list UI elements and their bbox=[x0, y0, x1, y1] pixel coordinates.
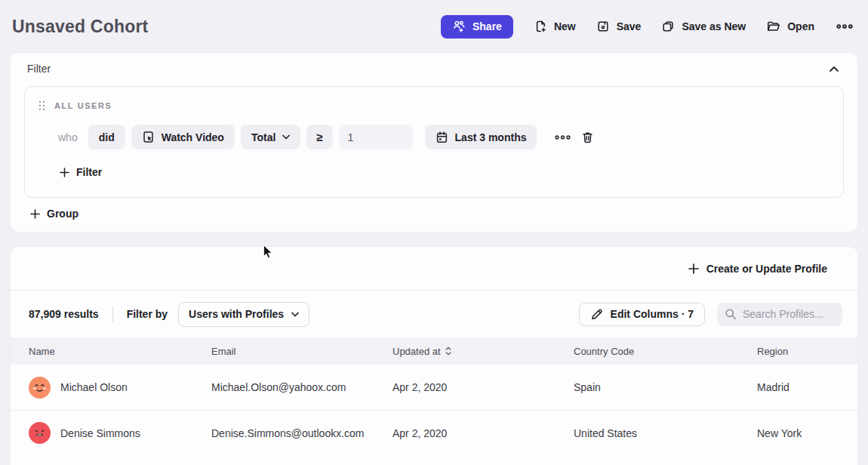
add-filter-button[interactable]: Filter bbox=[60, 166, 102, 178]
page-title: Unsaved Cohort bbox=[12, 17, 148, 37]
table-header: Name Email Updated at Country Code Regio… bbox=[11, 337, 857, 365]
clause-more-options-button[interactable] bbox=[553, 133, 572, 142]
plus-icon bbox=[60, 168, 69, 177]
column-header-email[interactable]: Email bbox=[211, 346, 392, 357]
edit-columns-label: Edit Columns · 7 bbox=[611, 308, 694, 320]
cohort-group-box: ALL USERS who did Watch Video Total bbox=[24, 86, 844, 198]
sort-icon[interactable] bbox=[445, 346, 451, 356]
profile-email: Denise.Simmons@outlookx.com bbox=[211, 427, 392, 439]
edit-columns-button[interactable]: Edit Columns · 7 bbox=[579, 303, 705, 326]
save-as-new-button[interactable]: Save as New bbox=[661, 20, 746, 33]
vertical-divider bbox=[112, 306, 113, 322]
share-label: Share bbox=[472, 20, 502, 32]
results-toolbar: 87,909 results Filter by Users with Prof… bbox=[11, 291, 857, 337]
more-icon bbox=[555, 134, 571, 140]
search-profiles-box bbox=[717, 303, 842, 326]
avatar-face-neutral bbox=[29, 422, 51, 444]
filter-panel-title: Filter bbox=[27, 63, 51, 75]
date-range-label: Last 3 months bbox=[455, 131, 527, 143]
profile-updated-at: Apr 2, 2020 bbox=[392, 381, 574, 393]
filter-clause-row: who did Watch Video Total bbox=[58, 125, 833, 149]
column-header-updated-at[interactable]: Updated at bbox=[392, 346, 574, 357]
chevron-up-icon bbox=[829, 66, 839, 72]
aggregation-label: Total bbox=[251, 131, 275, 143]
pencil-icon bbox=[590, 308, 603, 321]
avatar bbox=[29, 377, 51, 399]
event-name: Watch Video bbox=[162, 131, 224, 143]
more-options-button[interactable] bbox=[835, 23, 854, 29]
profiles-panel: Create or Update Profile 87,909 results … bbox=[11, 247, 857, 465]
date-range-selector[interactable]: Last 3 months bbox=[425, 125, 537, 149]
save-button[interactable]: Save bbox=[596, 20, 642, 33]
chevron-down-icon bbox=[291, 312, 299, 317]
create-or-update-profile-label: Create or Update Profile bbox=[706, 263, 827, 275]
event-selector[interactable]: Watch Video bbox=[131, 125, 235, 149]
trash-icon bbox=[581, 131, 594, 144]
profile-email: Michael.Olson@yahoox.com bbox=[211, 381, 392, 393]
calendar-icon bbox=[436, 131, 448, 144]
top-header: Unsaved Cohort Share bbox=[0, 0, 868, 53]
column-header-name[interactable]: Name bbox=[29, 346, 211, 357]
profile-region: Madrid bbox=[757, 381, 839, 393]
profile-country-code: United States bbox=[574, 427, 757, 439]
add-group-button[interactable]: Group bbox=[30, 208, 78, 221]
did-label: did bbox=[99, 131, 115, 143]
collapse-filter-button[interactable] bbox=[827, 64, 841, 74]
filter-panel: Filter ALL USERS who did bbox=[11, 53, 857, 232]
profiles-filter-dropdown[interactable]: Users with Profiles bbox=[178, 302, 309, 327]
save-label: Save bbox=[617, 20, 642, 32]
folder-open-icon bbox=[766, 20, 780, 33]
did-selector[interactable]: did bbox=[88, 125, 125, 149]
event-icon bbox=[142, 131, 155, 144]
open-button[interactable]: Open bbox=[766, 20, 814, 33]
profile-updated-at: Apr 2, 2020 bbox=[392, 427, 574, 439]
operator-selector[interactable]: ≥ bbox=[306, 125, 332, 149]
aggregation-dropdown[interactable]: Total bbox=[241, 125, 300, 149]
threshold-value-input[interactable] bbox=[339, 125, 413, 149]
operator-label: ≥ bbox=[316, 131, 322, 143]
profile-country-code: Spain bbox=[574, 381, 757, 393]
share-icon bbox=[452, 20, 466, 32]
filter-by-label: Filter by bbox=[127, 308, 168, 320]
header-actions: Share New Save bbox=[441, 15, 854, 38]
plus-icon bbox=[30, 209, 40, 219]
who-label: who bbox=[58, 131, 78, 143]
save-icon bbox=[596, 20, 610, 33]
profiles-filter-value: Users with Profiles bbox=[189, 308, 284, 320]
search-icon bbox=[725, 308, 737, 320]
plus-icon bbox=[688, 263, 699, 274]
profile-name[interactable]: Michael Olson bbox=[60, 381, 128, 393]
table-row[interactable]: Denise Simmons Denise.Simmons@outlookx.c… bbox=[11, 410, 857, 455]
profile-region: New York bbox=[757, 427, 839, 439]
group-label: ALL USERS bbox=[54, 101, 112, 110]
delete-clause-button[interactable] bbox=[580, 129, 596, 146]
copy-icon bbox=[661, 20, 675, 33]
share-button[interactable]: Share bbox=[441, 15, 513, 38]
open-label: Open bbox=[787, 20, 814, 32]
column-header-country-code[interactable]: Country Code bbox=[574, 346, 757, 357]
save-as-new-label: Save as New bbox=[682, 20, 746, 32]
avatar bbox=[29, 422, 51, 444]
new-label: New bbox=[554, 20, 576, 32]
search-profiles-input[interactable] bbox=[743, 308, 832, 320]
avatar-face-smiling bbox=[29, 377, 51, 399]
add-group-label: Group bbox=[47, 208, 78, 220]
create-or-update-profile-button[interactable]: Create or Update Profile bbox=[688, 263, 827, 275]
add-filter-label: Filter bbox=[76, 166, 102, 178]
more-icon bbox=[836, 23, 853, 29]
results-count: 87,909 results bbox=[29, 308, 99, 320]
table-row[interactable]: Michael Olson Michael.Olson@yahoox.com A… bbox=[11, 365, 857, 410]
drag-handle-icon[interactable] bbox=[37, 99, 47, 112]
new-document-icon bbox=[534, 20, 547, 33]
profile-name[interactable]: Denise Simmons bbox=[60, 427, 140, 439]
new-button[interactable]: New bbox=[534, 20, 576, 33]
chevron-down-icon bbox=[282, 134, 290, 140]
column-header-region[interactable]: Region bbox=[757, 346, 839, 357]
